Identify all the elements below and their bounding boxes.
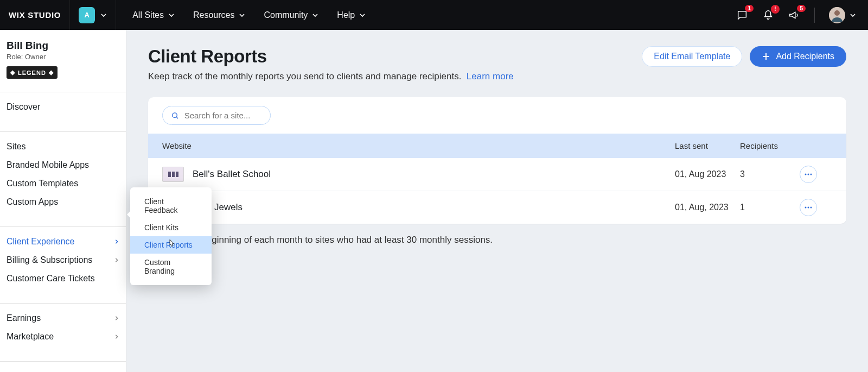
site-selector-badge: A (79, 7, 95, 23)
page-subtitle: Keep track of the monthly reports you se… (148, 71, 642, 82)
sidebar-section-sites: Sites Branded Mobile Apps Custom Templat… (0, 131, 126, 217)
table-header: Website Last sent Recipients (148, 134, 846, 158)
chat-icon[interactable]: 1 (736, 9, 748, 21)
col-website-header: Website (162, 141, 675, 150)
site-cell: Bell's Ballet School (162, 167, 675, 182)
sidebar-item-label: Earnings (7, 313, 41, 323)
more-horizontal-icon (805, 173, 812, 175)
sidebar-section-finance: Earnings Marketplace (0, 303, 126, 351)
svg-point-7 (808, 207, 809, 209)
sidebar-item-label: Custom Apps (7, 197, 58, 207)
topbar-menu: All Sites Resources Community Help (116, 10, 366, 20)
chat-badge: 1 (745, 5, 754, 12)
menu-community[interactable]: Community (264, 10, 318, 20)
add-recipients-label: Add Recipients (776, 52, 834, 61)
page-subtitle-text: Keep track of the monthly reports you se… (148, 71, 461, 81)
sidebar-item-team[interactable]: Team (0, 367, 126, 372)
page-title: Client Reports (148, 46, 642, 67)
sidebar-item-custom-templates[interactable]: Custom Templates (0, 174, 126, 193)
bell-icon[interactable]: ! (762, 9, 774, 21)
learn-more-link[interactable]: Learn more (467, 71, 514, 81)
chevron-right-icon (114, 255, 119, 265)
sidebar-item-care-tickets[interactable]: Customer Care Tickets (0, 269, 126, 288)
row-actions (800, 199, 832, 216)
row-actions (800, 166, 832, 183)
chevron-down-icon (168, 12, 175, 18)
svg-point-6 (805, 207, 807, 209)
chevron-down-icon (100, 12, 107, 18)
site-name: Bell's Ballet School (193, 169, 271, 180)
site-selector[interactable]: A (69, 0, 116, 30)
sidebar-item-label: Billing & Subscriptions (7, 255, 92, 265)
last-sent-value: 01, Aug, 2023 (675, 203, 740, 212)
menu-community-label: Community (264, 10, 308, 20)
search-container[interactable] (162, 106, 271, 125)
topbar-right: 1 ! 5 (736, 7, 868, 23)
col-lastsent-header: Last sent (675, 141, 740, 150)
svg-point-1 (834, 10, 840, 16)
svg-point-2 (173, 112, 177, 117)
page-header-actions: Edit Email Template Add Recipients (642, 46, 846, 67)
sidebar-item-marketplace[interactable]: Marketplace (0, 327, 126, 346)
topbar-divider (814, 8, 815, 23)
chevron-down-icon (850, 12, 856, 18)
chevron-down-icon (239, 12, 245, 18)
sidebar-item-label: Custom Templates (7, 179, 78, 188)
sidebar-item-label: Customer Care Tickets (7, 274, 95, 283)
announce-icon[interactable]: 5 (788, 9, 800, 21)
submenu-client-feedback[interactable]: Client Feedback (130, 193, 212, 219)
sidebar-item-label: Branded Mobile Apps (7, 160, 89, 170)
sidebar-item-label: Discover (7, 102, 40, 112)
chevron-right-icon (114, 332, 119, 342)
avatar (829, 7, 845, 23)
sidebar-item-discover[interactable]: Discover (0, 98, 126, 116)
sidebar: Bill Bing Role: Owner ◆ LEGEND ◆ Discove… (0, 30, 126, 372)
sidebar-section-client: Client Experience Billing & Subscription… (0, 226, 126, 293)
more-button[interactable] (800, 166, 817, 183)
recipients-value: 3 (740, 169, 800, 179)
topbar-left: WIX STUDIO A All Sites Resources Communi… (0, 0, 366, 30)
search-input[interactable] (184, 111, 261, 120)
main-content: Client Reports Keep track of the monthly… (126, 30, 868, 372)
search-wrap (148, 97, 846, 134)
menu-all-sites-label: All Sites (132, 10, 164, 20)
edit-email-template-button[interactable]: Edit Email Template (642, 46, 742, 67)
submenu-custom-branding[interactable]: Custom Branding (130, 254, 212, 280)
bell-badge: ! (771, 5, 780, 14)
chevron-down-icon (359, 12, 366, 18)
menu-help[interactable]: Help (337, 10, 366, 20)
sidebar-item-custom-apps[interactable]: Custom Apps (0, 193, 126, 211)
site-thumbnail (162, 167, 184, 182)
sidebar-section-team: Team Settings (0, 361, 126, 372)
last-sent-value: 01, Aug 2023 (675, 169, 740, 179)
plus-icon (762, 52, 770, 61)
client-experience-submenu: Client Feedback Client Kits Client Repor… (130, 187, 212, 285)
svg-point-5 (810, 174, 812, 175)
sidebar-user-role: Role: Owner (7, 53, 119, 61)
svg-point-3 (805, 174, 807, 175)
svg-point-8 (810, 207, 812, 209)
chevron-right-icon (114, 237, 119, 247)
page-header-left: Client Reports Keep track of the monthly… (148, 46, 642, 82)
menu-help-label: Help (337, 10, 355, 20)
add-recipients-button[interactable]: Add Recipients (750, 46, 846, 67)
sidebar-item-sites[interactable]: Sites (0, 137, 126, 156)
col-recipients-header: Recipients (740, 141, 800, 150)
site-cell: net's Jewels (162, 200, 675, 215)
user-menu[interactable] (829, 7, 856, 23)
sidebar-item-branded-mobile-apps[interactable]: Branded Mobile Apps (0, 156, 126, 174)
diamond-icon: ◆ (10, 69, 15, 76)
wix-studio-logo[interactable]: WIX STUDIO (0, 0, 69, 30)
table-row[interactable]: net's Jewels 01, Aug, 2023 1 (148, 191, 846, 224)
sidebar-item-earnings[interactable]: Earnings (0, 309, 126, 327)
svg-point-4 (808, 174, 809, 175)
sidebar-user-name: Bill Bing (7, 40, 119, 52)
sidebar-item-billing[interactable]: Billing & Subscriptions (0, 251, 126, 269)
menu-resources[interactable]: Resources (193, 10, 245, 20)
submenu-client-kits[interactable]: Client Kits (130, 219, 212, 236)
more-button[interactable] (800, 199, 817, 216)
menu-all-sites[interactable]: All Sites (132, 10, 175, 20)
menu-resources-label: Resources (193, 10, 234, 20)
sidebar-item-client-experience[interactable]: Client Experience (0, 232, 126, 251)
table-row[interactable]: Bell's Ballet School 01, Aug 2023 3 (148, 158, 846, 191)
